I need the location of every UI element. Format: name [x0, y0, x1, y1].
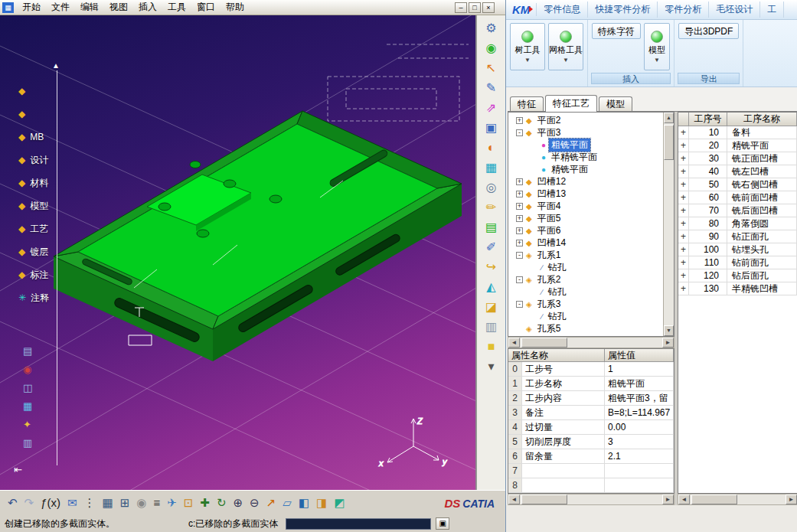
scroll-right-icon[interactable]: ► — [662, 338, 674, 348]
close-button[interactable]: × — [482, 2, 495, 13]
marker-icon[interactable]: ◉ — [23, 364, 32, 375]
scroll-left-icon[interactable]: ◄ — [678, 494, 690, 504]
process-row[interactable]: + 90 钻正面孔 — [678, 230, 797, 243]
row-expand-icon[interactable]: + — [678, 243, 689, 256]
ribbon-tab[interactable]: 工 — [760, 2, 784, 18]
command-input[interactable] — [286, 518, 431, 530]
tree-row[interactable]: ● 精铣平面 — [508, 163, 674, 175]
tree-row[interactable]: ◈ 孔系5 — [508, 322, 674, 335]
process-row[interactable]: + 30 铣正面凹槽 — [678, 152, 797, 165]
redo-icon[interactable]: ↷ — [24, 497, 34, 509]
tree-expander[interactable]: - — [516, 276, 523, 283]
tree-row[interactable]: + ◆ 平面6 — [508, 224, 674, 237]
row-expand-icon[interactable]: + — [678, 256, 689, 269]
process-row[interactable]: + 70 铣后面凹槽 — [678, 204, 797, 217]
snap-grid-icon[interactable]: ⊞ — [120, 497, 130, 509]
spec-tree-node[interactable]: ◆ — [18, 80, 49, 103]
spec-tree-node[interactable]: ◆ 材料 — [18, 171, 49, 194]
view-tab[interactable]: 特征工艺 — [545, 95, 597, 112]
menu-item[interactable]: 帮助 — [220, 0, 250, 15]
wireframe-view-icon[interactable]: ◩ — [334, 497, 345, 509]
menu-item[interactable]: 窗口 — [191, 0, 220, 15]
scroll-thumb[interactable] — [691, 494, 737, 504]
special-char-button[interactable]: 特殊字符 — [592, 23, 641, 39]
doc-icon[interactable]: ▤ — [23, 346, 32, 357]
spec-tree-node[interactable]: ◆ 设计 — [18, 149, 49, 171]
pan-icon[interactable]: ✚ — [200, 497, 210, 509]
spec-tree-node[interactable]: ◆ — [18, 103, 49, 126]
process-row[interactable]: + 10 备料 — [678, 126, 797, 139]
shade-view-icon[interactable]: ◨ — [316, 497, 327, 509]
property-row[interactable]: 3 备注 B=8;L=114.967 — [508, 406, 674, 420]
row-expand-icon[interactable]: + — [678, 282, 689, 295]
select-cursor-icon[interactable]: ↖ — [486, 61, 496, 74]
scroll-right-icon[interactable]: ► — [786, 494, 797, 504]
row-expand-icon[interactable]: + — [678, 165, 689, 178]
tree-row[interactable]: - ◈ 孔系1 — [508, 249, 674, 261]
undo-icon[interactable]: ↶ — [8, 497, 18, 509]
constraint-icon[interactable]: ◉ — [136, 497, 146, 509]
spec-tree-node[interactable]: ◆ 工艺 — [18, 217, 49, 240]
normal-view-icon[interactable]: ↗ — [266, 497, 276, 509]
scroll-up-icon[interactable]: ▲ — [664, 113, 674, 123]
process-row[interactable]: + 60 铣前面凹槽 — [678, 191, 797, 204]
tree-row[interactable]: ● 半精铣平面 — [508, 151, 674, 163]
cylinder-icon[interactable]: ▥ — [485, 320, 497, 333]
rotate-icon[interactable]: ↻ — [217, 497, 227, 509]
scroll-thumb[interactable] — [521, 338, 567, 348]
dropdown-caret-icon[interactable]: ▼ — [654, 57, 660, 64]
row-expand-icon[interactable]: + — [678, 178, 689, 191]
menu-item[interactable]: 编辑 — [75, 0, 104, 15]
ribbon-tab[interactable]: 零件信息 — [537, 2, 588, 18]
spec-tree-collapse-icon[interactable]: ▲ — [52, 61, 60, 70]
tree-row[interactable]: - ◈ 孔系3 — [508, 298, 674, 310]
model-button[interactable]: 模型 ▼ — [644, 23, 670, 70]
property-value-cell[interactable] — [605, 464, 674, 478]
row-expand-icon[interactable]: + — [678, 230, 689, 243]
scroll-left-icon[interactable]: ◄ — [508, 494, 520, 504]
target-icon[interactable]: ◎ — [486, 181, 497, 194]
process-table-hscrollbar[interactable]: ◄ ► — [678, 494, 797, 505]
spec-tree-pan-icon[interactable]: ⇤ — [14, 464, 22, 475]
scroll-thumb[interactable] — [664, 125, 674, 160]
split-view-icon[interactable]: ◧ — [299, 497, 309, 509]
zoom-in-icon[interactable]: ⊕ — [234, 497, 243, 509]
list-icon[interactable]: ≡ — [153, 497, 160, 509]
process-no-header[interactable]: 工序号 — [689, 113, 727, 126]
restore-button[interactable]: □ — [469, 2, 481, 13]
dropdown-caret-icon[interactable]: ▼ — [524, 57, 531, 64]
fly-mode-icon[interactable]: ✈ — [167, 497, 177, 509]
menu-item[interactable]: 插入 — [133, 0, 162, 15]
tree-vscrollbar[interactable]: ▲ ▼ — [663, 113, 674, 336]
spec-tree-node[interactable]: ✳ 注释 — [18, 286, 49, 309]
shaded-square-icon[interactable]: ◪ — [485, 300, 497, 313]
tree-row[interactable]: + ◆ 凹槽14 — [508, 237, 674, 249]
tree-row[interactable]: - ◈ 孔系2 — [508, 273, 674, 286]
row-expand-icon[interactable]: + — [678, 204, 689, 217]
tree-row[interactable]: ∕ 钻孔 — [508, 261, 674, 273]
pen-icon[interactable]: ✐ — [486, 240, 496, 253]
spec-tree-node[interactable]: ◆ 镀层 — [18, 240, 49, 263]
property-row[interactable]: 5 切削层厚度 3 — [508, 435, 674, 449]
property-row[interactable]: 0 工步号 1 — [508, 362, 674, 377]
tree-expander[interactable]: - — [516, 129, 523, 136]
tree-expander[interactable]: - — [516, 301, 523, 308]
expand-column-header[interactable] — [678, 113, 689, 126]
process-row[interactable]: + 130 半精铣凹槽 — [678, 282, 797, 295]
tree-row[interactable]: + ◆ 平面4 — [508, 200, 674, 212]
tree-expander[interactable]: + — [516, 240, 523, 246]
row-expand-icon[interactable]: + — [678, 217, 689, 230]
group-label-export[interactable]: 导出 — [678, 73, 740, 84]
property-value-cell[interactable]: 1 — [605, 362, 674, 376]
grid-tool-button[interactable]: 网格工具 ▼ — [548, 23, 583, 70]
process-row[interactable]: + 80 角落倒圆 — [678, 217, 797, 230]
tree-expander[interactable]: + — [516, 178, 523, 185]
property-row[interactable]: 8 — [508, 478, 674, 493]
tree-expander[interactable]: + — [516, 203, 523, 210]
tree-row[interactable]: + ◆ 凹槽12 — [508, 175, 674, 188]
property-value-cell[interactable] — [605, 478, 674, 492]
redirect-arrow-icon[interactable]: ↪ — [486, 260, 496, 273]
export-3dpdf-button[interactable]: 导出3DPDF — [678, 23, 739, 39]
message-icon[interactable]: ✉ — [67, 497, 77, 509]
row-expand-icon[interactable]: + — [678, 191, 689, 204]
